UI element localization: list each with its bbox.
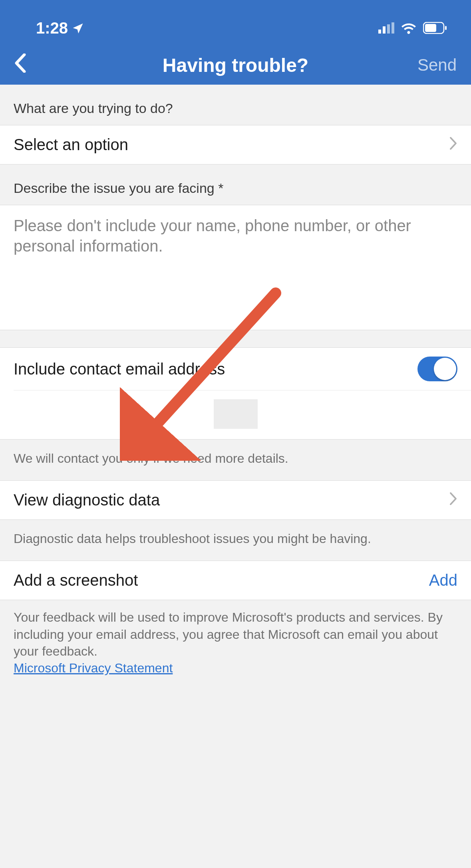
section-label-what: What are you trying to do?	[0, 85, 471, 125]
status-bar: 1:28	[0, 0, 471, 40]
chevron-right-icon	[449, 491, 457, 509]
add-screenshot-button[interactable]: Add	[429, 571, 457, 589]
app-header: 1:28	[0, 0, 471, 85]
privacy-statement-link[interactable]: Microsoft Privacy Statement	[14, 661, 173, 675]
svg-rect-6	[445, 26, 447, 30]
svg-rect-0	[378, 30, 381, 34]
email-group: Include contact email address	[0, 348, 471, 440]
send-button[interactable]: Send	[417, 55, 457, 75]
svg-rect-5	[425, 24, 436, 32]
email-redacted	[214, 399, 258, 429]
select-option-value: Select an option	[14, 136, 128, 154]
view-diagnostic-label: View diagnostic data	[14, 491, 160, 509]
diagnostic-footer-note: Diagnostic data helps troubleshoot issue…	[0, 520, 471, 561]
svg-rect-2	[387, 24, 390, 34]
battery-icon	[423, 22, 447, 34]
email-footer-note: We will contact you only if we need more…	[0, 440, 471, 480]
include-email-label: Include contact email address	[14, 360, 225, 378]
cell-signal-icon	[378, 22, 394, 34]
svg-rect-1	[383, 26, 386, 34]
svg-rect-3	[392, 22, 394, 34]
email-value-row[interactable]	[0, 390, 471, 439]
include-email-row: Include contact email address	[0, 348, 471, 390]
page-title: Having trouble?	[163, 54, 308, 76]
wifi-icon	[401, 22, 417, 34]
include-email-toggle[interactable]	[417, 357, 457, 381]
select-option-row[interactable]: Select an option	[0, 125, 471, 164]
issue-description-field[interactable]: Please don't include your name, phone nu…	[0, 205, 471, 330]
section-label-describe: Describe the issue you are facing *	[0, 164, 471, 205]
section-gap	[0, 330, 471, 348]
add-screenshot-row: Add a screenshot Add	[0, 561, 471, 600]
add-screenshot-label: Add a screenshot	[14, 571, 138, 589]
status-time: 1:28	[36, 19, 68, 37]
back-button[interactable]	[14, 54, 26, 77]
location-icon	[72, 22, 84, 34]
feedback-footer: Your feedback will be used to improve Mi…	[0, 600, 471, 680]
view-diagnostic-row[interactable]: View diagnostic data	[0, 480, 471, 520]
toggle-knob	[434, 358, 456, 380]
feedback-footer-text: Your feedback will be used to improve Mi…	[14, 610, 443, 658]
issue-description-placeholder: Please don't include your name, phone nu…	[14, 216, 457, 256]
chevron-right-icon	[449, 136, 457, 154]
nav-bar: Having trouble? Send	[0, 54, 471, 77]
